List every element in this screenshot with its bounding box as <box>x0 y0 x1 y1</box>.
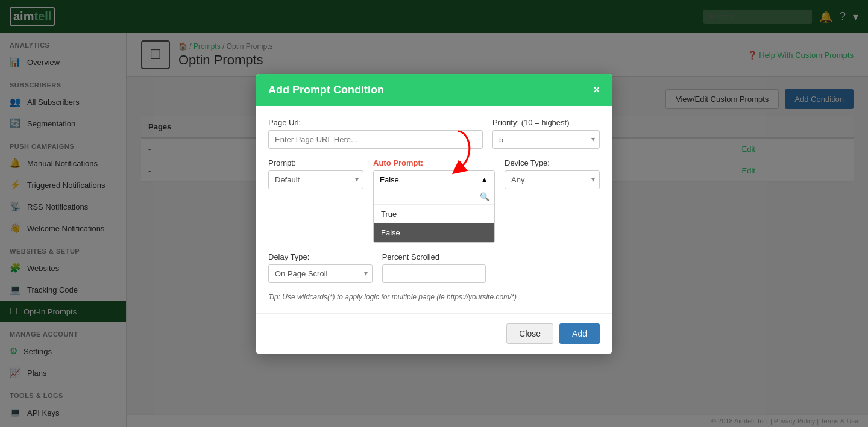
priority-select-wrapper: 5 1234 678910 ▾ <box>492 130 600 149</box>
delay-type-group: Delay Type: On Page Scroll Time Delay ▾ <box>268 252 373 283</box>
percent-scrolled-group: Percent Scrolled <box>382 252 486 283</box>
page-url-label: Page Url: <box>268 118 483 127</box>
form-row-2: Prompt: Default ▾ Auto Prompt: False <box>268 158 600 243</box>
modal-close-button[interactable]: × <box>593 84 600 96</box>
prompt-select[interactable]: Default <box>268 170 363 189</box>
dropdown-search-box: 🔍 <box>374 189 494 205</box>
priority-label: Priority: (10 = highest) <box>492 118 600 127</box>
form-row-1: Page Url: Priority: (10 = highest) 5 123… <box>268 118 600 149</box>
auto-prompt-label: Auto Prompt: <box>373 158 495 167</box>
page-url-input[interactable] <box>268 130 483 149</box>
prompt-group: Prompt: Default ▾ <box>268 158 363 189</box>
modal-footer: Close Add <box>256 313 612 354</box>
auto-prompt-dropdown-list: 🔍 True False <box>374 189 494 242</box>
add-prompt-modal: Add Prompt Condition × Page Url: Priorit… <box>256 74 612 354</box>
dropdown-option-true[interactable]: True <box>374 205 494 223</box>
modal-overlay: Add Prompt Condition × Page Url: Priorit… <box>0 0 868 427</box>
priority-group: Priority: (10 = highest) 5 1234 678910 ▾ <box>492 118 600 149</box>
device-type-group: Device Type: Any Desktop Mobile ▾ <box>505 158 600 189</box>
priority-select[interactable]: 5 1234 678910 <box>492 130 600 149</box>
dropdown-option-false[interactable]: False <box>374 223 494 242</box>
percent-scrolled-label: Percent Scrolled <box>382 252 486 261</box>
delay-type-select[interactable]: On Page Scroll Time Delay <box>268 264 373 283</box>
auto-prompt-dropdown-header[interactable]: False ▲ <box>374 171 494 189</box>
device-type-label: Device Type: <box>505 158 600 167</box>
modal-title: Add Prompt Condition <box>268 84 384 96</box>
percent-scrolled-input[interactable] <box>382 264 486 283</box>
modal-body: Page Url: Priority: (10 = highest) 5 123… <box>256 106 612 313</box>
prompt-select-wrapper: Default ▾ <box>268 170 363 189</box>
dropdown-search-input[interactable] <box>379 192 480 201</box>
delay-type-label: Delay Type: <box>268 252 373 261</box>
auto-prompt-arrow-icon: ▲ <box>480 175 488 184</box>
auto-prompt-dropdown: False ▲ 🔍 True False <box>373 170 495 243</box>
modal-header: Add Prompt Condition × <box>256 74 612 106</box>
prompt-label: Prompt: <box>268 158 363 167</box>
add-button[interactable]: Add <box>559 323 600 344</box>
auto-prompt-selected-value: False <box>380 175 399 184</box>
tip-text: Tip: Use wildcards(*) to apply logic for… <box>268 293 600 301</box>
auto-prompt-group: Auto Prompt: False ▲ 🔍 True <box>373 158 495 243</box>
page-url-group: Page Url: <box>268 118 483 149</box>
search-icon: 🔍 <box>480 192 489 201</box>
close-button[interactable]: Close <box>506 323 553 344</box>
device-type-select-wrapper: Any Desktop Mobile ▾ <box>505 170 600 189</box>
device-type-select[interactable]: Any Desktop Mobile <box>505 170 600 189</box>
form-row-3: Delay Type: On Page Scroll Time Delay ▾ … <box>268 252 600 283</box>
delay-type-select-wrapper: On Page Scroll Time Delay ▾ <box>268 264 373 283</box>
spacer <box>495 252 600 283</box>
